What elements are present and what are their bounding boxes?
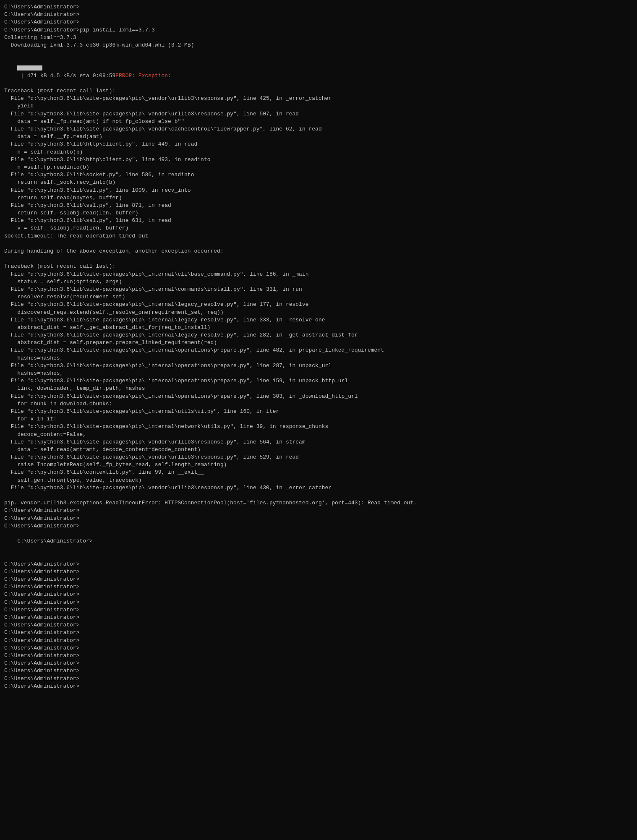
code-line-23: self.gen.throw(type, value, traceback) [4,477,633,484]
code-line-15: hashes=hashes, [4,355,633,362]
code-line-17: link, downloader, temp_dir.path, hashes [4,385,633,392]
prompt-blank-3: C:\Users\Administrator> [4,507,633,514]
pip-install-cmd-1: C:\Users\Administrator>pip install lxml=… [4,26,633,34]
file-line-5: File "d:\python3.6\lib\http\client.py", … [4,156,633,164]
progress-indent [17,57,34,63]
prompt-blank-20: C:\Users\Administrator> [4,660,633,667]
file-line-10: File "d:\python3.6\lib\site-packages\pip… [4,271,633,278]
prompt-blank-14: C:\Users\Administrator> [4,614,633,621]
code-line-9: v = self._sslobj.read(len, buffer) [4,224,633,232]
prompt-line-1: C:\Users\Administrator> [4,3,633,11]
prompt-line-2: C:\Users\Administrator> [4,11,633,18]
prompt-blank-13: C:\Users\Administrator> [4,606,633,614]
file-line-21: File "d:\python3.6\lib\site-packages\pip… [4,438,633,446]
code-line-19: for x in it: [4,415,633,423]
code-line-1: yield [4,102,633,110]
file-line-15: File "d:\python3.6\lib\site-packages\pip… [4,347,633,354]
prompt-comment-line: C:\Users\Administrator> [4,530,633,561]
file-line-17: File "d:\python3.6\lib\site-packages\pip… [4,377,633,385]
prompt-blank-8: C:\Users\Administrator> [4,568,633,576]
prompt-blank-22: C:\Users\Administrator> [4,675,633,683]
code-line-8: return self._sslobj.read(len, buffer) [4,209,633,217]
file-line-19: File "d:\python3.6\lib\site-packages\pip… [4,408,633,415]
blank-3 [4,492,633,499]
prompt-blank-17: C:\Users\Administrator> [4,637,633,644]
prompt-blank-18: C:\Users\Administrator> [4,644,633,652]
file-line-11: File "d:\python3.6\lib\site-packages\pip… [4,286,633,293]
file-line-13: File "d:\python3.6\lib\site-packages\pip… [4,316,633,324]
code-line-20: decode_content=False, [4,431,633,438]
progress-text: | 471 kB 4.5 kB/s eta 0:09:59 [17,73,115,79]
progress-bar [17,65,42,70]
file-line-14: File "d:\python3.6\lib\site-packages\pip… [4,331,633,339]
file-line-9: File "d:\python3.6\lib\ssl.py", line 631… [4,217,633,224]
file-line-4: File "d:\python3.6\lib\http\client.py", … [4,141,633,148]
prompt-blank-9: C:\Users\Administrator> [4,576,633,583]
terminal-window: C:\Users\Administrator> C:\Users\Adminis… [4,3,633,690]
code-line-3: data = self.__fp.read(amt) [4,133,633,141]
prompt-line-3: C:\Users\Administrator> [4,18,633,26]
prompt-blank-7: C:\Users\Administrator> [4,561,633,568]
code-line-14: abstract_dist = self.preparer.prepare_li… [4,339,633,347]
file-line-8: File "d:\python3.6\lib\ssl.py", line 871… [4,202,633,209]
code-line-10: status = self.run(options, args) [4,278,633,286]
code-line-11: resolver.resolve(requirement_set) [4,293,633,301]
prompt-blank-5: C:\Users\Administrator> [4,522,633,530]
file-line-22: File "d:\python3.6\lib\site-packages\pip… [4,454,633,461]
prompt-blank-12: C:\Users\Administrator> [4,599,633,606]
traceback-header-1: Traceback (most recent call last): [4,87,633,95]
prompt-blank-10: C:\Users\Administrator> [4,583,633,591]
blank-1 [4,240,633,248]
prompt-blank-19: C:\Users\Administrator> [4,652,633,660]
traceback-header-2: Traceback (most recent call last): [4,263,633,270]
file-line-1: File "d:\python3.6\lib\site-packages\pip… [4,95,633,102]
file-line-6: File "d:\python3.6\lib\socket.py", line … [4,171,633,179]
code-line-7: return self.read(nbytes, buffer) [4,194,633,202]
code-line-5: n =self.fp.readinto(b) [4,164,633,171]
collecting-line: Collecting lxml==3.7.3 [4,34,633,42]
code-line-18: for chunk in download.chunks: [4,400,633,408]
progress-line: | 471 kB 4.5 kB/s eta 0:09:59ERROR: Exce… [4,49,633,87]
code-line-16: hashes=hashes, [4,370,633,377]
code-line-21: data = self.read(amt=amt, decode_content… [4,446,633,454]
prompt-blank-21: C:\Users\Administrator> [4,667,633,675]
code-line-22: raise IncompleteRead(self._fp_bytes_read… [4,461,633,469]
chinese-comment [17,545,101,552]
prompt-part: C:\Users\Administrator> [17,538,92,544]
prompt-blank-4: C:\Users\Administrator> [4,515,633,522]
code-line-2: data = self._fp.read(amt) if not fp_clos… [4,118,633,125]
code-line-12: discovered_reqs.extend(self._resolve_one… [4,309,633,316]
blank-2 [4,255,633,263]
error-label: ERROR: Exception: [115,73,171,79]
during-handling-line: During handling of the above exception, … [4,248,633,255]
file-line-12: File "d:\python3.6\lib\site-packages\pip… [4,301,633,308]
file-line-7: File "d:\python3.6\lib\ssl.py", line 100… [4,187,633,194]
final-error-line: File "d:\python3.6\lib\site-packages\pip… [4,484,633,492]
file-line-3: File "d:\python3.6\lib\site-packages\pip… [4,125,633,133]
file-line-2: File "d:\python3.6\lib\site-packages\pip… [4,110,633,118]
file-line-16: File "d:\python3.6\lib\site-packages\pip… [4,362,633,370]
prompt-blank-11: C:\Users\Administrator> [4,591,633,598]
file-line-20: File "d:\python3.6\lib\site-packages\pip… [4,423,633,430]
downloading-line: Downloading lxml-3.7.3-cp36-cp36m-win_am… [4,42,633,49]
prompt-blank-16: C:\Users\Administrator> [4,629,633,637]
code-line-6: return self._sock.recv_into(b) [4,179,633,186]
prompt-blank-15: C:\Users\Administrator> [4,621,633,629]
code-line-4: n = self.readinto(b) [4,149,633,156]
code-line-13: abstract_dist = self._get_abstract_dist_… [4,324,633,331]
socket-error-line: socket.timeout: The read operation timed… [4,232,633,240]
prompt-blank-1: pip._vendor.urllib3.exceptions.ReadTimeo… [4,499,633,507]
file-line-23: File "d:\python3.6\lib\contextlib.py", l… [4,469,633,476]
file-line-18: File "d:\python3.6\lib\site-packages\pip… [4,393,633,400]
final-pip-cmd: C:\Users\Administrator> [4,683,633,690]
